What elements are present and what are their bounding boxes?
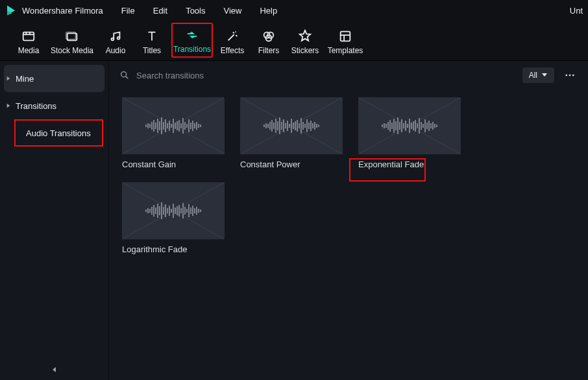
document-title: Unt (570, 6, 583, 16)
chevron-right-icon (5, 102, 12, 109)
menu-edit[interactable]: Edit (153, 6, 167, 16)
transitions-icon (185, 28, 199, 42)
tab-label: Templates (328, 46, 363, 55)
app-title: Wondershare Filmora (22, 6, 103, 16)
effects-icon (225, 29, 239, 43)
tab-label: Media (18, 46, 40, 55)
titles-icon (145, 29, 159, 43)
filter-dropdown[interactable]: All (522, 67, 554, 83)
tab-label: Audio (106, 46, 126, 55)
stickers-icon (298, 29, 312, 43)
svg-point-8 (112, 38, 114, 41)
svg-rect-2 (23, 32, 34, 41)
search-icon (119, 70, 130, 80)
transition-thumb (122, 97, 225, 154)
tab-label: Filters (258, 46, 280, 55)
search-wrap (119, 70, 515, 80)
svg-marker-18 (53, 367, 56, 372)
svg-point-24 (572, 75, 574, 77)
search-bar: All (109, 61, 588, 89)
tab-filters[interactable]: Filters (252, 23, 286, 58)
tab-label: Transitions (173, 45, 211, 54)
waveform-icon (146, 202, 201, 219)
tab-transitions[interactable]: Transitions (171, 23, 213, 58)
templates-icon (338, 29, 352, 43)
tab-label: Stock Media (51, 46, 93, 55)
svg-point-22 (565, 75, 567, 77)
sidebar: Mine Transitions Audio Transitions (0, 61, 109, 380)
transition-card[interactable]: Constant Power (240, 97, 343, 169)
filters-icon (262, 29, 276, 43)
transition-card[interactable]: Constant Gain (122, 97, 225, 169)
transition-label: Constant Gain (122, 160, 225, 169)
svg-line-20 (126, 77, 128, 78)
svg-point-19 (121, 72, 127, 77)
svg-point-23 (569, 75, 571, 77)
filter-label: All (529, 71, 537, 80)
transition-card[interactable]: Logarithmic Fade (122, 182, 225, 254)
search-input[interactable] (136, 71, 515, 80)
more-button[interactable] (562, 67, 578, 83)
svg-marker-17 (7, 104, 10, 108)
stock-icon (65, 29, 79, 43)
media-icon (21, 29, 36, 43)
sidebar-item-transitions[interactable]: Transitions (0, 92, 108, 119)
menu-tools[interactable]: Tools (186, 6, 205, 16)
sidebar-item-label: Transitions (16, 101, 56, 111)
transition-label: Logarithmic Fade (122, 244, 225, 254)
tab-media[interactable]: Media (12, 23, 45, 58)
sidebar-collapse-button[interactable] (49, 364, 60, 375)
tab-label: Effects (221, 46, 244, 55)
svg-rect-13 (341, 32, 350, 42)
toolbar: Media Stock Media Audio Titles Transitio… (0, 21, 588, 61)
transition-thumb (240, 97, 343, 154)
sidebar-item-audio-transitions[interactable]: Audio Transitions (14, 119, 103, 147)
menu-help[interactable]: Help (260, 6, 277, 16)
tab-titles[interactable]: Titles (135, 23, 169, 58)
waveform-icon (146, 117, 201, 134)
filmora-logo-icon (5, 5, 17, 16)
menu-file[interactable]: File (121, 6, 135, 16)
audio-icon (108, 29, 123, 43)
sidebar-item-label: Audio Transitions (26, 128, 91, 138)
chevron-right-icon (5, 75, 12, 82)
waveform-icon (264, 117, 319, 134)
tab-templates[interactable]: Templates (325, 23, 366, 58)
sidebar-item-mine[interactable]: Mine (4, 65, 104, 92)
svg-marker-21 (542, 73, 547, 77)
content-area: Mine Transitions Audio Transitions All (0, 61, 588, 380)
tab-label: Titles (143, 46, 161, 55)
transition-thumb (122, 182, 225, 239)
tab-stock-media[interactable]: Stock Media (48, 23, 96, 58)
transition-card[interactable]: Exponential Fade (358, 97, 461, 169)
menu-view[interactable]: View (223, 6, 241, 16)
transition-label: Exponential Fade (358, 160, 461, 169)
tab-stickers[interactable]: Stickers (288, 23, 322, 58)
transition-thumb (358, 97, 461, 154)
menu-list: File Edit Tools View Help (121, 6, 277, 16)
sidebar-item-label: Mine (16, 74, 34, 84)
svg-marker-16 (7, 77, 10, 80)
app-logo-title: Wondershare Filmora (5, 5, 103, 16)
menubar: Wondershare Filmora File Edit Tools View… (0, 0, 588, 21)
transition-label: Constant Power (240, 160, 343, 169)
tab-label: Stickers (291, 46, 319, 55)
main-panel: All Constant Gain Constant Power Exponen… (109, 61, 588, 380)
tab-audio[interactable]: Audio (99, 23, 132, 58)
chevron-down-icon (541, 71, 548, 80)
tab-effects[interactable]: Effects (215, 23, 249, 58)
svg-point-9 (117, 37, 120, 40)
transitions-grid: Constant Gain Constant Power Exponential… (109, 89, 588, 262)
waveform-icon (382, 117, 437, 134)
